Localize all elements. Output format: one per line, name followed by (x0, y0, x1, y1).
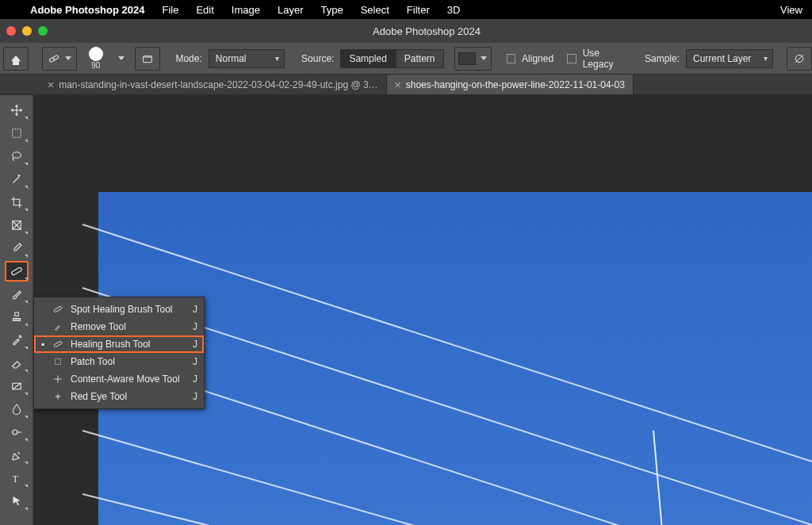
tool-preset-button[interactable] (42, 47, 77, 71)
brush-size-value: 90 (91, 61, 100, 70)
type-tool[interactable]: T (5, 468, 29, 489)
flyout-item-red-eye[interactable]: Red Eye Tool J (34, 388, 204, 405)
history-brush-tool[interactable] (5, 330, 29, 351)
marquee-icon (10, 126, 24, 140)
tab-label: man-standing-in-vast-desert-landscape-20… (59, 79, 377, 90)
mac-menubar: Adobe Photoshop 2024 File Edit Image Lay… (0, 0, 812, 19)
dodge-tool[interactable] (5, 422, 29, 443)
healing-brush-tool[interactable] (5, 261, 29, 282)
clone-stamp-tool[interactable] (5, 307, 29, 328)
bandage-icon (48, 52, 60, 65)
close-icon[interactable]: × (48, 79, 54, 91)
gradient-tool[interactable] (5, 376, 29, 397)
source-label: Source: (301, 53, 334, 64)
menu-filter[interactable]: Filter (407, 4, 430, 16)
eyedropper-icon (10, 241, 24, 255)
document-tab[interactable]: × man-standing-in-vast-desert-landscape-… (40, 75, 387, 94)
sample-select[interactable]: Current Layer (686, 49, 773, 68)
brush-settings-button[interactable] (135, 47, 160, 71)
svg-rect-4 (12, 129, 21, 138)
use-legacy-label: Use Legacy (583, 48, 630, 70)
svg-rect-12 (54, 341, 63, 347)
home-button[interactable] (3, 47, 29, 71)
patch-icon (52, 356, 64, 367)
document-tab[interactable]: × shoes-hanging-on-the-power-line-2022-1… (387, 75, 634, 94)
tab-label: shoes-hanging-on-the-power-line-2022-11-… (406, 79, 625, 90)
crop-tool[interactable] (5, 192, 29, 213)
flyout-item-patch[interactable]: Patch Tool J (34, 353, 204, 370)
brush-tool[interactable] (5, 284, 29, 305)
droplet-icon (10, 402, 24, 416)
svg-text:T: T (12, 473, 18, 485)
flyout-item-spot-healing[interactable]: Spot Healing Brush Tool J (34, 301, 204, 318)
brush-icon (10, 287, 24, 301)
window-minimize-icon[interactable] (22, 26, 32, 36)
remove-icon (52, 321, 64, 332)
path-selection-tool[interactable] (5, 491, 29, 512)
aligned-label: Aligned (522, 53, 553, 64)
menu-view[interactable]: View (780, 4, 802, 16)
quick-selection-tool[interactable] (5, 169, 29, 190)
menu-layer[interactable]: Layer (278, 4, 304, 16)
mode-label: Mode: (175, 53, 201, 64)
frame-tool[interactable] (5, 215, 29, 236)
bandage-icon (52, 304, 64, 315)
arrow-cursor-icon (10, 494, 24, 508)
close-icon[interactable]: × (395, 79, 401, 91)
pattern-picker[interactable] (454, 47, 492, 71)
window-zoom-icon[interactable] (38, 26, 48, 36)
source-pattern-button[interactable]: Pattern (396, 49, 444, 68)
eyedropper-tool[interactable] (5, 238, 29, 259)
flyout-item-healing-brush[interactable]: ▪ Healing Brush Tool J (34, 335, 204, 353)
window-close-icon[interactable] (6, 26, 16, 36)
blur-tool[interactable] (5, 399, 29, 420)
move-tool[interactable] (5, 100, 29, 121)
brush-preview-icon (89, 47, 103, 61)
source-segment: Sampled Pattern (340, 49, 443, 68)
mode-select[interactable]: Normal (209, 49, 285, 68)
pen-tool[interactable] (5, 445, 29, 466)
window-titlebar: Adobe Photoshop 2024 (0, 19, 812, 43)
menu-image[interactable]: Image (232, 4, 260, 16)
marquee-tool[interactable] (5, 123, 29, 144)
crop-icon (10, 195, 24, 209)
wand-icon (10, 172, 24, 186)
ignore-adjustments-button[interactable] (787, 47, 812, 71)
svg-rect-13 (56, 359, 61, 365)
svg-point-1 (53, 58, 54, 59)
menu-edit[interactable]: Edit (196, 4, 213, 16)
window-controls (6, 26, 48, 36)
menu-select[interactable]: Select (361, 4, 389, 16)
eraser-icon (10, 356, 24, 370)
stamp-icon (10, 310, 24, 324)
app-name[interactable]: Adobe Photoshop 2024 (30, 4, 144, 16)
menu-file[interactable]: File (162, 4, 178, 16)
menu-type[interactable]: Type (321, 4, 343, 16)
svg-rect-11 (54, 306, 63, 312)
type-icon: T (10, 471, 24, 485)
history-brush-icon (10, 333, 24, 347)
brush-preset-picker[interactable]: 90 (80, 47, 112, 70)
app-window: Adobe Photoshop 2024 90 Mode: Normal Sou… (0, 19, 812, 525)
aligned-checkbox[interactable] (507, 54, 515, 63)
dodge-icon (10, 425, 24, 439)
folder-icon (141, 52, 154, 65)
eraser-tool[interactable] (5, 353, 29, 374)
menu-3d[interactable]: 3D (447, 4, 461, 16)
options-bar: 90 Mode: Normal Source: Sampled Pattern … (0, 43, 812, 75)
layers-strike-icon (793, 52, 806, 65)
document-tabs: × man-standing-in-vast-desert-landscape-… (0, 75, 812, 95)
svg-point-5 (12, 152, 21, 159)
pen-icon (10, 448, 24, 462)
flyout-item-remove[interactable]: Remove Tool J (34, 318, 204, 335)
lasso-tool[interactable] (5, 146, 29, 167)
flyout-item-content-aware-move[interactable]: Content-Aware Move Tool J (34, 370, 204, 388)
home-icon (11, 56, 21, 61)
source-sampled-button[interactable]: Sampled (340, 49, 395, 68)
use-legacy-checkbox[interactable] (567, 54, 576, 63)
tools-panel: T (0, 95, 33, 525)
chevron-down-icon (65, 56, 71, 60)
chevron-down-icon[interactable] (118, 56, 124, 60)
move-crosshair-icon (52, 374, 64, 385)
gradient-icon (10, 379, 24, 393)
